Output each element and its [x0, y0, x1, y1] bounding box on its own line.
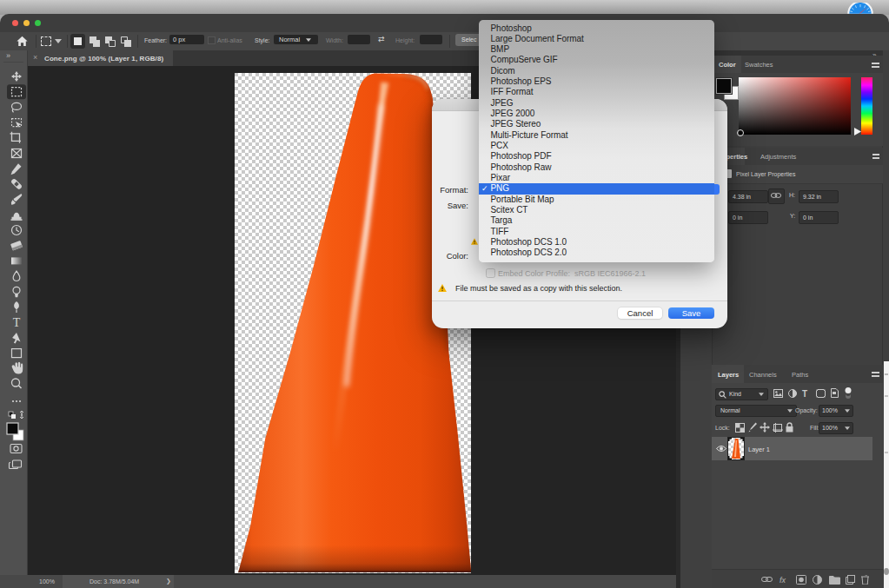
- svg-text:T: T: [13, 316, 21, 329]
